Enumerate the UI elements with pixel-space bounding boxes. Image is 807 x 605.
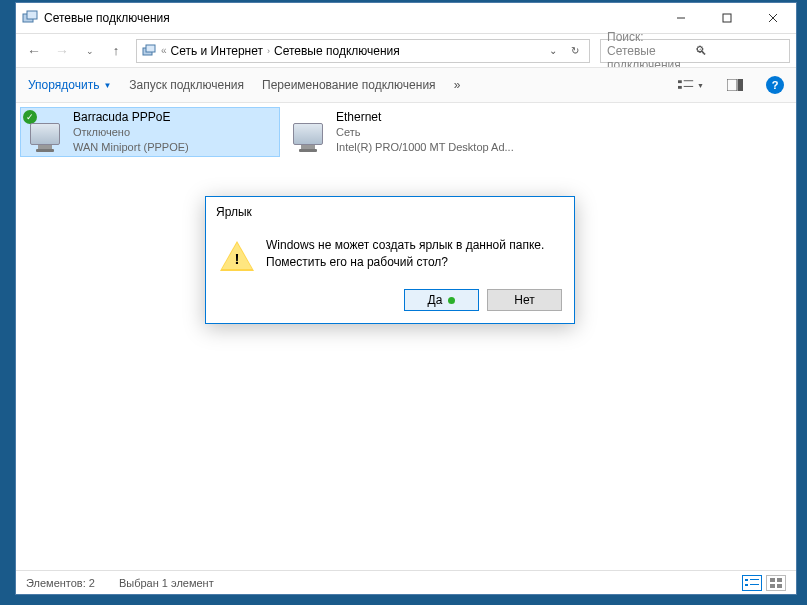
address-dropdown[interactable]: ⌄ (543, 41, 563, 61)
svg-rect-9 (684, 80, 693, 81)
window-icon (22, 10, 38, 26)
toolbar-overflow[interactable]: » (454, 78, 461, 92)
breadcrumb-level1[interactable]: Сеть и Интернет (171, 44, 263, 58)
svg-rect-21 (777, 584, 782, 588)
address-bar[interactable]: « Сеть и Интернет › Сетевые подключения … (136, 39, 590, 63)
svg-rect-12 (727, 79, 737, 91)
organize-menu[interactable]: Упорядочить ▼ (28, 78, 111, 92)
connection-status: Отключено (73, 125, 275, 140)
shortcut-dialog: Ярлык ! Windows не может создать ярлык в… (205, 196, 575, 324)
search-placeholder: Поиск: Сетевые подключения (607, 30, 695, 72)
content-area: ✓ Barracuda PPPoE Отключено WAN Miniport… (16, 103, 796, 570)
toolbar: Упорядочить ▼ Запуск подключения Переиме… (16, 67, 796, 103)
selection-count: Выбран 1 элемент (119, 577, 214, 589)
location-icon (141, 43, 157, 59)
svg-rect-18 (770, 578, 775, 582)
connection-device: Intel(R) PRO/1000 MT Desktop Ad... (336, 140, 540, 155)
svg-rect-13 (738, 79, 743, 91)
forward-button[interactable]: → (50, 39, 74, 63)
dialog-line2: Поместить его на рабочий стол? (266, 254, 544, 271)
dialog-body: ! Windows не может создать ярлык в данно… (206, 227, 574, 285)
no-button[interactable]: Нет (487, 289, 562, 311)
titlebar: Сетевые подключения (16, 3, 796, 33)
connection-icon (288, 112, 328, 152)
details-view-button[interactable] (742, 575, 762, 591)
help-button[interactable]: ? (766, 76, 784, 94)
connection-text: Ethernet Сеть Intel(R) PRO/1000 MT Deskt… (336, 109, 540, 155)
connection-name: Ethernet (336, 109, 540, 125)
view-options-button[interactable]: ▼ (678, 74, 704, 96)
up-button[interactable]: ↑ (106, 41, 126, 61)
breadcrumb-sep-icon: › (267, 46, 270, 56)
back-button[interactable]: ← (22, 39, 46, 63)
svg-rect-7 (146, 45, 155, 52)
connection-item-ethernet[interactable]: Ethernet Сеть Intel(R) PRO/1000 MT Deskt… (284, 107, 544, 157)
icons-view-button[interactable] (766, 575, 786, 591)
warning-icon: ! (220, 241, 254, 271)
address-chevron-left: « (161, 45, 167, 56)
nav-bar: ← → ⌄ ↑ « Сеть и Интернет › Сетевые подк… (16, 33, 796, 67)
svg-rect-1 (27, 11, 37, 19)
connection-icon: ✓ (25, 112, 65, 152)
connection-status: Сеть (336, 125, 540, 140)
recent-dropdown[interactable]: ⌄ (78, 39, 102, 63)
svg-rect-20 (770, 584, 775, 588)
minimize-button[interactable] (658, 3, 704, 33)
status-badge-icon: ✓ (23, 110, 37, 124)
svg-rect-3 (723, 14, 731, 22)
rename-connection-button[interactable]: Переименование подключения (262, 78, 436, 92)
close-button[interactable] (750, 3, 796, 33)
svg-rect-19 (777, 578, 782, 582)
svg-rect-11 (684, 86, 693, 87)
start-connection-button[interactable]: Запуск подключения (129, 78, 244, 92)
svg-rect-10 (678, 86, 682, 89)
preview-pane-button[interactable] (722, 74, 748, 96)
breadcrumb: Сеть и Интернет › Сетевые подключения (171, 44, 539, 58)
dialog-buttons: Да Нет (206, 285, 574, 323)
search-icon: 🔍︎ (695, 44, 783, 58)
yes-button[interactable]: Да (404, 289, 479, 311)
svg-rect-15 (750, 579, 759, 580)
dialog-line1: Windows не может создать ярлык в данной … (266, 237, 544, 254)
dialog-message: Windows не может создать ярлык в данной … (266, 237, 544, 271)
window-title: Сетевые подключения (44, 11, 658, 25)
breadcrumb-level2[interactable]: Сетевые подключения (274, 44, 400, 58)
item-count: Элементов: 2 (26, 577, 95, 589)
connection-text: Barracuda PPPoE Отключено WAN Miniport (… (73, 109, 275, 155)
dialog-title: Ярлык (206, 197, 574, 227)
status-bar: Элементов: 2 Выбран 1 элемент (16, 570, 796, 594)
connection-name: Barracuda PPPoE (73, 109, 275, 125)
svg-rect-16 (745, 584, 748, 586)
connection-device: WAN Miniport (PPPOE) (73, 140, 275, 155)
search-input[interactable]: Поиск: Сетевые подключения 🔍︎ (600, 39, 790, 63)
svg-rect-14 (745, 579, 748, 581)
window-controls (658, 3, 796, 33)
address-right-controls: ⌄ ↻ (543, 41, 585, 61)
maximize-button[interactable] (704, 3, 750, 33)
refresh-button[interactable]: ↻ (565, 41, 585, 61)
cursor-indicator (448, 297, 455, 304)
svg-rect-8 (678, 80, 682, 83)
svg-rect-17 (750, 584, 759, 585)
connection-item-barracuda[interactable]: ✓ Barracuda PPPoE Отключено WAN Miniport… (20, 107, 280, 157)
